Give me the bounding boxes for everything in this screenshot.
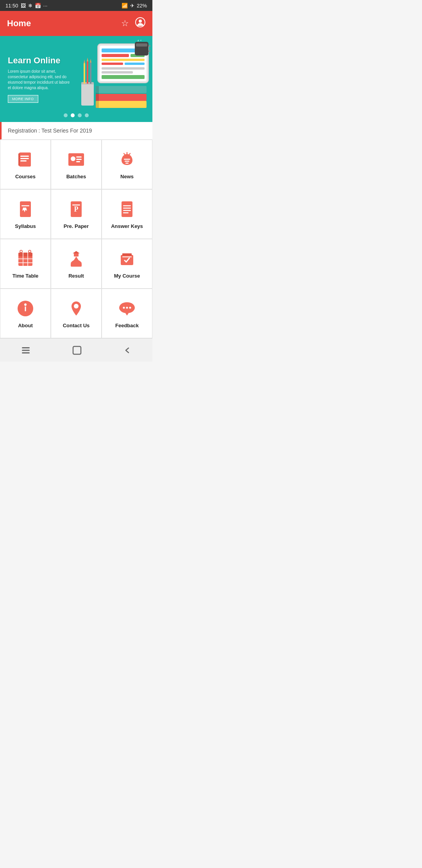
svg-rect-37 (124, 159, 130, 160)
svg-point-1 (139, 20, 142, 23)
about-icon: i (15, 298, 36, 319)
svg-rect-49 (123, 212, 129, 213)
svg-rect-27 (19, 152, 31, 167)
svg-point-65 (24, 303, 27, 306)
my-course-icon (117, 249, 137, 269)
svg-rect-73 (22, 352, 30, 353)
svg-point-56 (20, 250, 22, 253)
feedback-label: Feedback (115, 323, 139, 328)
nav-back-button[interactable] (123, 346, 132, 355)
nav-home-button[interactable] (72, 345, 82, 355)
status-bar: 11:50 🖼 ❄ 📅 ··· 📶 ✈ 22% (0, 0, 152, 11)
menu-item-answer-keys[interactable]: Answer Keys (102, 189, 152, 239)
banner-dots (64, 113, 89, 117)
menu-item-syllabus[interactable]: Syllabus (0, 189, 51, 239)
svg-point-66 (74, 304, 79, 308)
svg-rect-71 (22, 347, 30, 348)
menu-item-feedback[interactable]: Feedback (102, 289, 152, 338)
header-icons: ☆ (121, 17, 145, 30)
banner-title: Learn Online (8, 56, 145, 66)
courses-label: Courses (15, 174, 36, 179)
time: 11:50 (5, 3, 18, 9)
svg-rect-46 (123, 205, 131, 206)
menu-item-time-table[interactable]: Time Table (0, 239, 51, 289)
dots-icon: ··· (43, 3, 48, 9)
dot-1[interactable] (64, 113, 68, 117)
menu-item-courses[interactable]: Courses (0, 140, 51, 189)
svg-rect-45 (122, 201, 132, 217)
answer-keys-label: Answer Keys (111, 223, 143, 229)
svg-rect-30 (20, 160, 27, 161)
time-table-icon (15, 249, 36, 269)
airplane-icon: ✈ (130, 3, 134, 9)
menu-item-batches[interactable]: Batches (51, 140, 102, 189)
banner-more-info-button[interactable]: MORE INFO (8, 95, 38, 103)
battery: 22% (137, 3, 147, 9)
svg-rect-72 (22, 350, 30, 351)
svg-point-33 (71, 156, 75, 161)
signal-icon: ❄ (28, 3, 32, 9)
svg-rect-34 (76, 156, 82, 158)
syllabus-icon (15, 199, 36, 219)
registration-bar[interactable]: Registration : Test Series For 2019 (0, 122, 152, 140)
svg-rect-31 (18, 153, 20, 166)
svg-text:P: P (74, 205, 79, 213)
svg-rect-44 (72, 204, 80, 206)
svg-rect-28 (20, 156, 29, 157)
about-label: About (18, 323, 33, 328)
menu-item-about[interactable]: i About (0, 289, 51, 338)
menu-item-pre-paper[interactable]: P Pre. Paper (51, 189, 102, 239)
syllabus-label: Syllabus (15, 223, 36, 229)
result-icon (66, 249, 86, 269)
banner: Learn Online Lorem ipsum dolor sit amet,… (0, 36, 152, 122)
calendar-icon: 📅 (35, 3, 41, 9)
wifi-icon: 📶 (122, 3, 128, 9)
dot-4[interactable] (85, 113, 89, 117)
nav-menu-button[interactable] (20, 345, 31, 356)
feedback-icon (117, 298, 137, 319)
dot-2[interactable] (71, 113, 75, 117)
bottom-nav (0, 338, 152, 362)
dot-3[interactable] (78, 113, 82, 117)
pre-paper-label: Pre. Paper (64, 223, 89, 229)
result-label: Result (68, 273, 84, 279)
svg-point-70 (129, 307, 131, 309)
news-icon (117, 149, 137, 170)
news-label: News (120, 174, 134, 179)
registration-text: Registration : Test Series For 2019 (8, 127, 92, 134)
svg-rect-38 (125, 161, 129, 162)
menu-item-my-course[interactable]: My Course (102, 239, 152, 289)
svg-rect-58 (71, 263, 82, 267)
svg-rect-41 (21, 205, 29, 206)
menu-item-result[interactable]: Result (51, 239, 102, 289)
app-header: Home ☆ (0, 11, 152, 36)
star-icon[interactable]: ☆ (121, 18, 129, 29)
menu-item-contact-us[interactable]: Contact Us (51, 289, 102, 338)
batches-icon (66, 149, 86, 170)
time-table-label: Time Table (13, 273, 39, 279)
svg-rect-26 (136, 43, 147, 47)
svg-rect-61 (122, 253, 132, 256)
svg-rect-39 (125, 163, 129, 164)
svg-rect-62 (122, 256, 132, 257)
svg-rect-60 (121, 255, 133, 265)
contact-us-icon (66, 298, 86, 319)
user-icon[interactable] (135, 17, 145, 30)
menu-item-news[interactable]: News (102, 140, 152, 189)
status-right: 📶 ✈ 22% (122, 3, 147, 9)
svg-rect-35 (76, 159, 82, 160)
banner-text: Learn Online Lorem ipsum dolor sit amet,… (8, 56, 145, 103)
svg-rect-59 (74, 253, 79, 256)
page-title: Home (7, 18, 31, 29)
svg-rect-29 (20, 158, 29, 159)
svg-rect-74 (73, 346, 81, 354)
svg-rect-47 (123, 208, 131, 209)
menu-grid: Courses Batches News Syllabus P Pre. Pap… (0, 140, 152, 338)
status-left: 11:50 🖼 ❄ 📅 ··· (5, 3, 47, 9)
svg-rect-51 (18, 253, 32, 256)
batches-label: Batches (66, 174, 86, 179)
contact-us-label: Contact Us (63, 323, 90, 328)
svg-rect-48 (123, 210, 131, 211)
my-course-label: My Course (114, 273, 140, 279)
svg-rect-36 (76, 161, 80, 162)
